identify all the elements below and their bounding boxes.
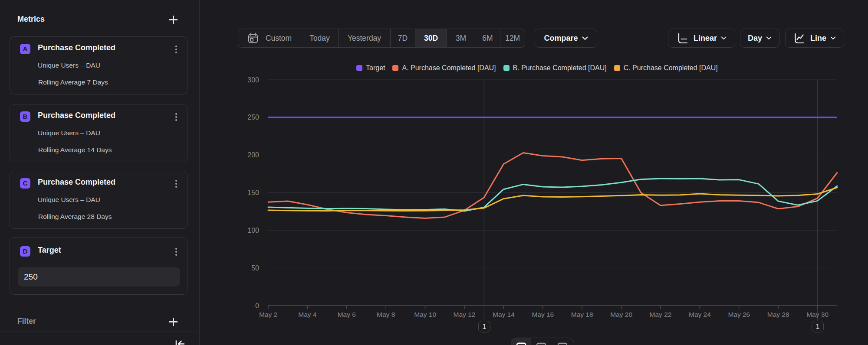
svg-text:May 10: May 10 [414,311,436,318]
svg-text:May 14: May 14 [493,311,515,318]
svg-text:May 24: May 24 [689,311,711,318]
svg-text:May 2: May 2 [259,311,277,318]
svg-text:0: 0 [255,302,259,309]
svg-text:May 8: May 8 [377,311,395,318]
svg-text:May 18: May 18 [571,311,593,318]
svg-text:May 12: May 12 [454,311,476,318]
svg-text:150: 150 [247,189,259,196]
svg-text:May 30: May 30 [806,311,829,318]
svg-text:May 26: May 26 [728,311,750,318]
svg-text:May 28: May 28 [767,311,789,318]
svg-text:200: 200 [247,151,259,159]
svg-text:300: 300 [247,76,259,84]
svg-text:50: 50 [251,264,259,272]
svg-text:May 6: May 6 [338,311,356,318]
svg-text:250: 250 [247,114,259,121]
svg-text:May 22: May 22 [650,311,672,318]
svg-text:May 4: May 4 [298,311,317,318]
svg-text:May 20: May 20 [610,311,632,318]
svg-text:100: 100 [247,227,259,234]
svg-text:May 16: May 16 [532,311,554,318]
